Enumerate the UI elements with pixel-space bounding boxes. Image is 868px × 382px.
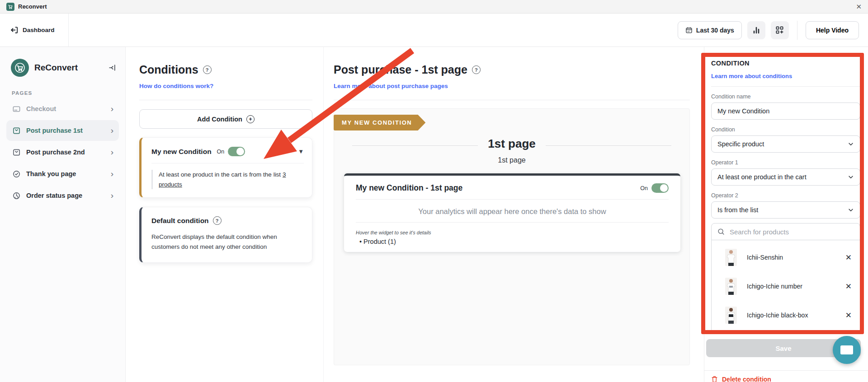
product-thumbnail	[725, 278, 737, 295]
operator2-value: Is from the list	[717, 206, 758, 214]
divider	[334, 100, 690, 100]
sidebar-item-order-status-page[interactable]: Order status page ›	[6, 185, 119, 206]
condition-name-input[interactable]	[711, 102, 860, 120]
chevron-right-icon: ›	[111, 126, 113, 135]
search-icon	[717, 228, 725, 236]
calendar-icon	[685, 27, 693, 34]
page-preview-panel: Post purchase - 1st page ? Learn more ab…	[323, 47, 704, 382]
delete-condition-button[interactable]: Delete condition	[711, 376, 771, 382]
condition-ribbon: MY NEW CONDITION	[334, 115, 425, 130]
date-range-label: Last 30 days	[696, 27, 734, 34]
back-arrow-icon	[10, 26, 19, 34]
brand-name: ReConvert	[34, 63, 78, 73]
widgets-grid-button[interactable]	[771, 21, 789, 39]
divider	[704, 370, 868, 371]
default-condition-card: Default condition ? ReConvert displays t…	[139, 207, 312, 263]
remove-product-icon[interactable]: ✕	[844, 309, 854, 322]
sidebar: ReConvert PAGES Checkout ›	[0, 47, 126, 382]
conditions-help-icon[interactable]: ?	[203, 65, 212, 74]
product-thumbnail	[725, 249, 737, 266]
sidebar-item-post-purchase-1st[interactable]: Post purchase 1st ›	[6, 120, 119, 141]
page-stage: MY NEW CONDITION 1st page 1st page My ne…	[334, 108, 690, 365]
page-heading-row: 1st page	[334, 137, 689, 151]
page-caption: 1st page	[334, 156, 689, 164]
app-title: Reconvert	[18, 3, 47, 10]
selected-products-list: Ichii-Senshin ✕ Ichigo-Ichie number ✕	[711, 240, 860, 333]
divider	[151, 163, 304, 163]
page-title: Post purchase - 1st page	[334, 63, 467, 76]
product-search-input[interactable]	[730, 228, 854, 236]
product-row: Ichigo-Ichie black-box ✕	[712, 301, 860, 330]
toggle-on-label: On	[217, 149, 225, 155]
trash-icon	[711, 376, 718, 382]
sidebar-item-label: Thank you page	[26, 170, 76, 177]
product-thumbnail	[725, 307, 737, 324]
operator1-label: Operator 1	[711, 159, 860, 166]
analytics-chart-button[interactable]	[747, 21, 765, 39]
delete-condition-label: Delete condition	[722, 376, 771, 382]
learn-more-post-purchase-link[interactable]: Learn more about post purchase pages	[334, 83, 448, 89]
pages-section-label: PAGES	[12, 90, 125, 96]
chevron-right-icon: ›	[111, 147, 113, 157]
learn-more-conditions-link[interactable]: Learn more about conditions	[711, 73, 792, 79]
sidebar-item-label: Post purchase 1st	[26, 127, 83, 134]
remove-product-icon[interactable]: ✕	[844, 251, 854, 264]
divider	[356, 199, 669, 200]
sidebar-item-label: Order status page	[26, 192, 82, 199]
brand-row: ReConvert	[0, 47, 125, 77]
widget-list-item-product[interactable]: Product (1)	[359, 238, 669, 245]
chevron-down-icon	[848, 141, 854, 147]
expand-caret-icon[interactable]: ▼	[298, 148, 304, 155]
help-video-button[interactable]: Help Video	[806, 21, 859, 39]
remove-product-icon[interactable]: ✕	[844, 280, 854, 293]
condition-type-select[interactable]: Specific product	[711, 135, 860, 153]
bar-chart-icon	[752, 26, 761, 35]
dashboard-label: Dashboard	[23, 27, 55, 33]
product-name: Ichigo-Ichie black-box	[747, 312, 808, 319]
add-condition-label: Add Condition	[197, 116, 242, 123]
bag-icon	[12, 148, 21, 157]
condition-card-title: My new Condition	[151, 148, 212, 156]
chevron-down-icon	[848, 207, 854, 213]
widget-toggle[interactable]	[651, 183, 669, 193]
sidebar-item-thank-you-page[interactable]: Thank you page ›	[6, 163, 119, 184]
chevron-right-icon: ›	[111, 191, 113, 200]
back-to-dashboard-button[interactable]: Dashboard	[0, 14, 69, 47]
sidebar-item-post-purchase-2nd[interactable]: Post purchase 2nd ›	[6, 142, 119, 163]
divider	[139, 100, 312, 100]
condition-toggle[interactable]	[228, 147, 245, 156]
operator2-label: Operator 2	[711, 192, 860, 199]
reconvert-app: Reconvert ✕ Dashboard Last 30 days	[0, 0, 868, 382]
analytics-placeholder: Your analytics will appear here once the…	[344, 207, 680, 216]
close-icon[interactable]: ✕	[856, 3, 862, 10]
operator1-select[interactable]: At least one product in the cart	[711, 168, 860, 186]
toolbar: Dashboard Last 30 days	[0, 14, 868, 47]
conditions-title: Conditions	[139, 63, 198, 76]
app-titlebar: Reconvert ✕	[0, 0, 868, 14]
sidebar-item-label: Post purchase 2nd	[26, 149, 85, 156]
chat-launcher-button[interactable]	[833, 336, 861, 364]
page-help-icon[interactable]: ?	[472, 65, 481, 74]
how-conditions-work-link[interactable]: How do conditions work?	[139, 83, 213, 89]
conditions-title-row: Conditions ?	[139, 63, 312, 76]
page-heading: 1st page	[478, 137, 546, 151]
condition-editor-panel: CONDITION Learn more about conditions Co…	[704, 47, 868, 382]
date-range-button[interactable]: Last 30 days	[678, 21, 742, 39]
default-condition-description: ReConvert displays the default condition…	[151, 232, 301, 252]
hover-hint: Hover the widget to see it's details	[356, 230, 669, 235]
badge-check-icon	[12, 170, 21, 178]
product-name: Ichigo-Ichie number	[747, 283, 802, 290]
sidebar-item-label: Checkout	[26, 105, 56, 112]
product-row: Ichigo-Ichie number ✕	[712, 272, 860, 301]
grid-plus-icon	[775, 26, 784, 34]
chevron-down-icon	[848, 174, 854, 180]
add-condition-button[interactable]: Add Condition +	[139, 109, 312, 129]
operator2-select[interactable]: Is from the list	[711, 201, 860, 219]
default-condition-help-icon[interactable]: ?	[213, 216, 222, 225]
condition-editor-title: CONDITION	[711, 60, 860, 67]
product-name: Ichii-Senshin	[747, 254, 783, 261]
sidebar-item-checkout[interactable]: Checkout ›	[6, 98, 119, 119]
collapse-sidebar-icon[interactable]	[108, 64, 116, 72]
divider	[711, 86, 860, 87]
toggle-on-label: On	[640, 185, 648, 191]
